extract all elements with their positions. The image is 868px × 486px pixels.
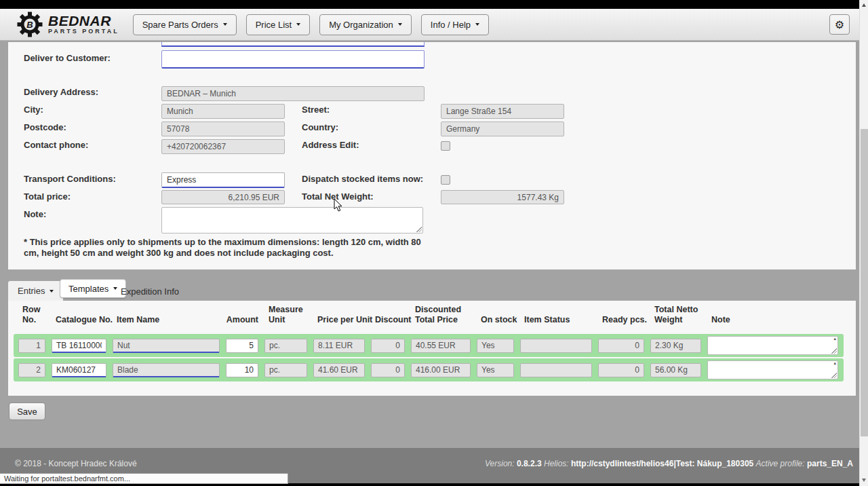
menu-spare-parts-orders-label: Spare Parts Orders [142, 20, 218, 30]
row1-discount [371, 339, 405, 353]
letterbox-top [0, 0, 868, 9]
header-discounted-total-price: Discounted Total Price [411, 305, 471, 325]
header-ready-pcs: Ready pcs. [598, 315, 644, 325]
row1-note-field: ▴ [707, 336, 838, 355]
footer-version-info: Version: 0.8.2.3 Helios: http://cstydlin… [485, 459, 853, 483]
navbar: B BEDNAR PARTS PORTAL Spare Parts Orders… [0, 9, 868, 41]
row2-amount-input[interactable] [226, 363, 258, 377]
city-label: City: [24, 105, 43, 115]
row1-measure-unit [264, 339, 307, 353]
resize-grip-icon[interactable] [416, 226, 422, 232]
gear-icon: ⚙ [835, 18, 844, 31]
scroll-arrow-icon: ▴ [833, 336, 836, 341]
city-input [161, 104, 285, 119]
row1-item-status [520, 339, 592, 353]
row2-note-field: ▴ [707, 360, 838, 379]
vertical-scrollbar[interactable] [859, 0, 868, 486]
country-label: Country: [302, 122, 338, 132]
header-note: Note [707, 315, 844, 325]
menu-price-list[interactable]: Price List [246, 14, 310, 35]
menu-spare-parts-orders[interactable]: Spare Parts Orders [133, 14, 237, 35]
row1-discounted-total [411, 339, 471, 353]
transport-conditions-input[interactable] [161, 172, 285, 188]
total-price-input [161, 190, 285, 204]
dispatch-stocked-items-label: Dispatch stocked items now: [302, 174, 423, 184]
dispatch-stocked-items-checkbox[interactable] [441, 175, 450, 185]
row2-item-status [520, 363, 592, 377]
scrollbar-thumb[interactable] [861, 129, 868, 436]
row1-on-stock [477, 339, 514, 353]
entries-panel: Row No. Catalogue No. Item Name Amount M… [8, 301, 856, 396]
row2-item-name [113, 363, 220, 377]
templates-label: Templates [68, 284, 108, 294]
brand-text: BEDNAR PARTS PORTAL [48, 14, 119, 35]
caret-down-icon [398, 23, 402, 26]
caret-down-icon [50, 290, 54, 293]
table-row: ▴ [14, 358, 844, 381]
settings-button[interactable]: ⚙ [829, 14, 850, 35]
brand-tagline: PARTS PORTAL [48, 28, 119, 35]
deliver-to-customer-input[interactable] [161, 50, 425, 69]
row1-item-name [113, 339, 220, 353]
scrollbar-up-arrow-icon[interactable] [862, 3, 866, 7]
order-form-panel: Deliver to Customer: Delivery Address: C… [8, 42, 856, 269]
total-net-weight-label: Total Net Weight: [302, 191, 374, 202]
contact-phone-label: Contact phone: [24, 140, 88, 150]
helios-value: http://cstydlintest/helios46|Test: Nákup… [571, 459, 753, 468]
caret-down-icon [475, 23, 479, 26]
brand-logo[interactable]: B BEDNAR PARTS PORTAL [17, 12, 119, 37]
note-label: Note: [24, 209, 46, 219]
helios-label: Helios: [544, 459, 569, 468]
row1-row-no [18, 339, 45, 353]
header-item-name: Item Name [113, 315, 220, 325]
street-input [441, 104, 564, 119]
version-label: Version: [485, 459, 515, 468]
country-input [441, 122, 564, 136]
delivery-address-input [161, 86, 425, 101]
row1-catalogue-no-input[interactable] [52, 339, 106, 353]
header-total-netto-weight: Total Netto Weight [650, 305, 701, 325]
header-catalogue-no: Catalogue No. [52, 315, 106, 325]
entries-table-header: Row No. Catalogue No. Item Name Amount M… [14, 305, 849, 325]
tab-expedition-info-label: Expedition Info [121, 286, 179, 297]
header-amount: Amount [226, 315, 258, 325]
scroll-arrow-icon: ▴ [833, 360, 836, 366]
row2-price-per-unit [313, 363, 365, 377]
templates-dropdown-button[interactable]: Templates [60, 279, 126, 298]
row1-total-netto-weight [650, 339, 701, 353]
page: B BEDNAR PARTS PORTAL Spare Parts Orders… [0, 0, 868, 486]
address-edit-checkbox[interactable] [441, 141, 450, 151]
row1-note-textarea[interactable] [707, 336, 838, 355]
tab-expedition-info[interactable]: Expedition Info [121, 283, 179, 299]
caret-down-icon [296, 23, 300, 26]
resize-grip-icon[interactable] [831, 348, 837, 354]
header-discount: Discount [371, 315, 405, 325]
address-edit-label: Address Edit: [302, 140, 359, 150]
save-button[interactable]: Save [9, 403, 45, 420]
tab-entries[interactable]: Entries [8, 281, 63, 301]
header-measure-unit: Measure Unit [264, 305, 307, 325]
menu-my-organization[interactable]: My Organization [319, 14, 412, 35]
scrollbar-down-arrow-icon[interactable] [862, 479, 866, 482]
brand-name: BEDNAR [48, 14, 119, 28]
header-price-per-unit: Price per Unit [313, 315, 365, 325]
street-label: Street: [302, 105, 330, 115]
cropped-input-above-viewport[interactable] [161, 42, 425, 47]
brand-letter: B [26, 20, 33, 30]
row2-note-textarea[interactable] [707, 360, 838, 379]
row2-catalogue-no-input[interactable] [52, 363, 106, 377]
menu-info-help[interactable]: Info / Help [421, 14, 489, 35]
header-row-no: Row No. [18, 305, 45, 325]
transport-conditions-label: Transport Conditions: [24, 174, 116, 184]
deliver-to-customer-label: Deliver to Customer: [24, 53, 111, 63]
resize-grip-icon[interactable] [831, 372, 837, 378]
contact-phone-input [161, 139, 285, 154]
row2-row-no [18, 363, 45, 377]
tab-entries-label: Entries [18, 286, 45, 296]
row2-discount [371, 363, 405, 377]
brand-gear-icon: B [17, 12, 43, 37]
note-textarea[interactable] [161, 207, 423, 233]
row1-amount-input[interactable] [226, 339, 258, 353]
version-value: 0.8.2.3 [517, 459, 542, 468]
total-price-label: Total price: [24, 191, 71, 202]
